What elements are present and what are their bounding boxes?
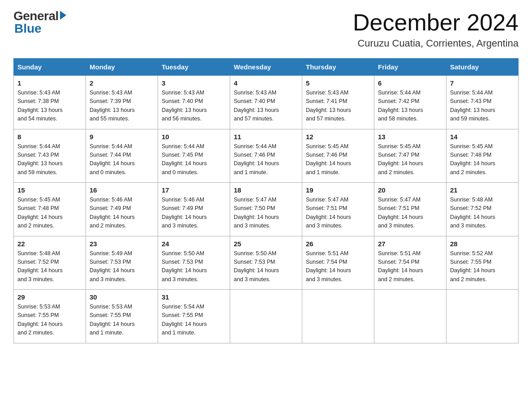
day-info: Sunrise: 5:44 AMSunset: 7:42 PMDaylight:… — [378, 89, 442, 124]
day-info: Sunrise: 5:44 AMSunset: 7:44 PMDaylight:… — [90, 142, 154, 177]
day-info: Sunrise: 5:50 AMSunset: 7:53 PMDaylight:… — [162, 249, 226, 284]
day-number: 3 — [162, 79, 226, 87]
day-info: Sunrise: 5:44 AMSunset: 7:46 PMDaylight:… — [234, 142, 298, 177]
calendar-week-row: 8Sunrise: 5:44 AMSunset: 7:43 PMDaylight… — [14, 129, 519, 183]
day-number: 25 — [234, 240, 298, 248]
calendar-cell: 24Sunrise: 5:50 AMSunset: 7:53 PMDayligh… — [158, 236, 230, 290]
title-block: December 2024 Curuzu Cuatia, Corrientes,… — [353, 9, 519, 49]
weekday-header-wednesday: Wednesday — [230, 59, 302, 76]
calendar-cell: 22Sunrise: 5:48 AMSunset: 7:52 PMDayligh… — [14, 236, 86, 290]
weekday-header-monday: Monday — [86, 59, 158, 76]
calendar-week-row: 15Sunrise: 5:45 AMSunset: 7:48 PMDayligh… — [14, 183, 519, 236]
day-info: Sunrise: 5:48 AMSunset: 7:52 PMDaylight:… — [17, 249, 82, 284]
logo: General Blue — [13, 9, 66, 36]
calendar-cell: 2Sunrise: 5:43 AMSunset: 7:39 PMDaylight… — [86, 76, 158, 129]
day-number: 2 — [90, 79, 154, 87]
day-info: Sunrise: 5:46 AMSunset: 7:49 PMDaylight:… — [162, 196, 226, 231]
day-number: 8 — [17, 133, 82, 141]
calendar-cell — [374, 290, 446, 343]
calendar-cell: 21Sunrise: 5:48 AMSunset: 7:52 PMDayligh… — [446, 183, 519, 236]
day-number: 30 — [90, 293, 154, 301]
day-info: Sunrise: 5:54 AMSunset: 7:55 PMDaylight:… — [162, 303, 226, 338]
day-info: Sunrise: 5:52 AMSunset: 7:55 PMDaylight:… — [450, 249, 515, 284]
calendar-cell: 29Sunrise: 5:53 AMSunset: 7:55 PMDayligh… — [14, 290, 86, 343]
calendar-cell: 1Sunrise: 5:43 AMSunset: 7:38 PMDaylight… — [14, 76, 86, 129]
page-header: General Blue December 2024 Curuzu Cuatia… — [13, 9, 519, 49]
day-info: Sunrise: 5:47 AMSunset: 7:51 PMDaylight:… — [378, 196, 442, 231]
day-number: 10 — [162, 133, 226, 141]
day-info: Sunrise: 5:43 AMSunset: 7:40 PMDaylight:… — [234, 89, 298, 124]
day-number: 22 — [17, 240, 82, 248]
day-number: 20 — [378, 186, 442, 194]
calendar-cell: 5Sunrise: 5:43 AMSunset: 7:41 PMDaylight… — [302, 76, 374, 129]
calendar-cell: 31Sunrise: 5:54 AMSunset: 7:55 PMDayligh… — [158, 290, 230, 343]
weekday-header-thursday: Thursday — [302, 59, 374, 76]
calendar-cell: 15Sunrise: 5:45 AMSunset: 7:48 PMDayligh… — [14, 183, 86, 236]
day-info: Sunrise: 5:43 AMSunset: 7:40 PMDaylight:… — [162, 89, 226, 124]
day-number: 29 — [17, 293, 82, 301]
day-number: 13 — [378, 133, 442, 141]
weekday-header-sunday: Sunday — [14, 59, 86, 76]
logo-blue-text: Blue — [14, 21, 42, 36]
calendar-cell: 19Sunrise: 5:47 AMSunset: 7:51 PMDayligh… — [302, 183, 374, 236]
calendar-week-row: 29Sunrise: 5:53 AMSunset: 7:55 PMDayligh… — [14, 290, 519, 343]
day-info: Sunrise: 5:44 AMSunset: 7:43 PMDaylight:… — [17, 142, 82, 177]
calendar-cell: 3Sunrise: 5:43 AMSunset: 7:40 PMDaylight… — [158, 76, 230, 129]
calendar-week-row: 1Sunrise: 5:43 AMSunset: 7:38 PMDaylight… — [14, 76, 519, 129]
day-info: Sunrise: 5:53 AMSunset: 7:55 PMDaylight:… — [17, 303, 82, 338]
calendar-cell: 9Sunrise: 5:44 AMSunset: 7:44 PMDaylight… — [86, 129, 158, 183]
day-info: Sunrise: 5:48 AMSunset: 7:52 PMDaylight:… — [450, 196, 515, 231]
day-info: Sunrise: 5:45 AMSunset: 7:47 PMDaylight:… — [378, 142, 442, 177]
day-number: 19 — [306, 186, 370, 194]
day-info: Sunrise: 5:43 AMSunset: 7:41 PMDaylight:… — [306, 89, 370, 124]
calendar-cell: 18Sunrise: 5:47 AMSunset: 7:50 PMDayligh… — [230, 183, 302, 236]
calendar-cell: 6Sunrise: 5:44 AMSunset: 7:42 PMDaylight… — [374, 76, 446, 129]
day-info: Sunrise: 5:51 AMSunset: 7:54 PMDaylight:… — [378, 249, 442, 284]
day-number: 31 — [162, 293, 226, 301]
day-number: 26 — [306, 240, 370, 248]
calendar-cell: 12Sunrise: 5:45 AMSunset: 7:46 PMDayligh… — [302, 129, 374, 183]
logo-arrow-icon — [60, 11, 66, 20]
day-number: 1 — [17, 79, 82, 87]
day-number: 16 — [90, 186, 154, 194]
calendar-cell: 30Sunrise: 5:53 AMSunset: 7:55 PMDayligh… — [86, 290, 158, 343]
calendar-cell: 17Sunrise: 5:46 AMSunset: 7:49 PMDayligh… — [158, 183, 230, 236]
calendar-table: SundayMondayTuesdayWednesdayThursdayFrid… — [13, 58, 519, 343]
day-number: 4 — [234, 79, 298, 87]
day-number: 17 — [162, 186, 226, 194]
calendar-title: December 2024 — [353, 9, 519, 36]
day-info: Sunrise: 5:50 AMSunset: 7:53 PMDaylight:… — [234, 249, 298, 284]
calendar-cell: 23Sunrise: 5:49 AMSunset: 7:53 PMDayligh… — [86, 236, 158, 290]
calendar-cell: 10Sunrise: 5:44 AMSunset: 7:45 PMDayligh… — [158, 129, 230, 183]
day-number: 6 — [378, 79, 442, 87]
day-info: Sunrise: 5:44 AMSunset: 7:43 PMDaylight:… — [450, 89, 515, 124]
day-number: 28 — [450, 240, 515, 248]
day-info: Sunrise: 5:43 AMSunset: 7:39 PMDaylight:… — [90, 89, 154, 124]
calendar-header: SundayMondayTuesdayWednesdayThursdayFrid… — [14, 59, 519, 76]
day-info: Sunrise: 5:53 AMSunset: 7:55 PMDaylight:… — [90, 303, 154, 338]
calendar-cell — [302, 290, 374, 343]
day-number: 7 — [450, 79, 515, 87]
day-info: Sunrise: 5:45 AMSunset: 7:48 PMDaylight:… — [450, 142, 515, 177]
day-number: 12 — [306, 133, 370, 141]
calendar-cell: 16Sunrise: 5:46 AMSunset: 7:49 PMDayligh… — [86, 183, 158, 236]
day-info: Sunrise: 5:43 AMSunset: 7:38 PMDaylight:… — [17, 89, 82, 124]
day-info: Sunrise: 5:47 AMSunset: 7:50 PMDaylight:… — [234, 196, 298, 231]
calendar-cell: 14Sunrise: 5:45 AMSunset: 7:48 PMDayligh… — [446, 129, 519, 183]
calendar-cell — [446, 290, 519, 343]
day-number: 5 — [306, 79, 370, 87]
day-number: 23 — [90, 240, 154, 248]
calendar-cell: 11Sunrise: 5:44 AMSunset: 7:46 PMDayligh… — [230, 129, 302, 183]
day-info: Sunrise: 5:47 AMSunset: 7:51 PMDaylight:… — [306, 196, 370, 231]
calendar-cell — [230, 290, 302, 343]
day-number: 9 — [90, 133, 154, 141]
day-number: 18 — [234, 186, 298, 194]
day-info: Sunrise: 5:45 AMSunset: 7:48 PMDaylight:… — [17, 196, 82, 231]
calendar-body: 1Sunrise: 5:43 AMSunset: 7:38 PMDaylight… — [14, 76, 519, 343]
day-number: 24 — [162, 240, 226, 248]
day-number: 21 — [450, 186, 515, 194]
day-number: 15 — [17, 186, 82, 194]
calendar-cell: 27Sunrise: 5:51 AMSunset: 7:54 PMDayligh… — [374, 236, 446, 290]
calendar-cell: 8Sunrise: 5:44 AMSunset: 7:43 PMDaylight… — [14, 129, 86, 183]
weekday-header-saturday: Saturday — [446, 59, 519, 76]
